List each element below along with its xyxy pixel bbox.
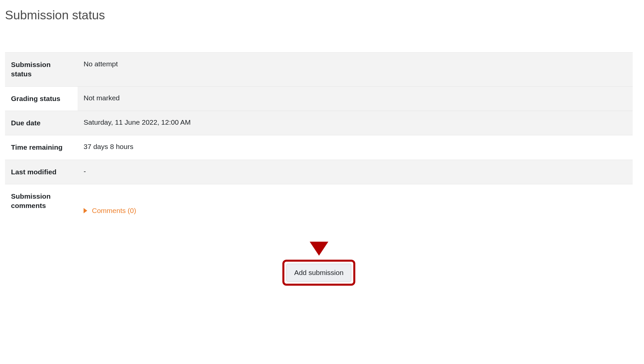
expand-icon[interactable] bbox=[84, 208, 87, 213]
label-grading-status: Grading status bbox=[5, 86, 78, 111]
label-submission-status: Submission status bbox=[5, 53, 78, 87]
label-submission-comments: Submission comments bbox=[5, 184, 78, 219]
value-last-modified: - bbox=[78, 160, 633, 184]
highlight-ring: Add submission bbox=[282, 260, 355, 286]
row-time-remaining: Time remaining 37 days 8 hours bbox=[5, 135, 633, 160]
row-last-modified: Last modified - bbox=[5, 160, 633, 184]
row-submission-status: Submission status No attempt bbox=[5, 53, 633, 87]
row-grading-status: Grading status Not marked bbox=[5, 86, 633, 111]
label-last-modified: Last modified bbox=[5, 160, 78, 184]
page-title: Submission status bbox=[5, 8, 639, 22]
value-due-date: Saturday, 11 June 2022, 12:00 AM bbox=[78, 111, 633, 135]
row-due-date: Due date Saturday, 11 June 2022, 12:00 A… bbox=[5, 111, 633, 135]
add-submission-button[interactable]: Add submission bbox=[286, 264, 351, 282]
row-submission-comments: Submission comments Comments (0) bbox=[5, 184, 633, 219]
value-grading-status: Not marked bbox=[78, 86, 633, 111]
comments-link[interactable]: Comments (0) bbox=[92, 207, 136, 215]
label-time-remaining: Time remaining bbox=[5, 135, 78, 160]
callout-annotation: Add submission bbox=[5, 242, 633, 286]
arrow-down-icon bbox=[310, 242, 328, 256]
value-time-remaining: 37 days 8 hours bbox=[78, 135, 633, 160]
label-due-date: Due date bbox=[5, 111, 78, 135]
submission-status-table: Submission status No attempt Grading sta… bbox=[5, 52, 633, 218]
value-submission-status: No attempt bbox=[78, 53, 633, 87]
